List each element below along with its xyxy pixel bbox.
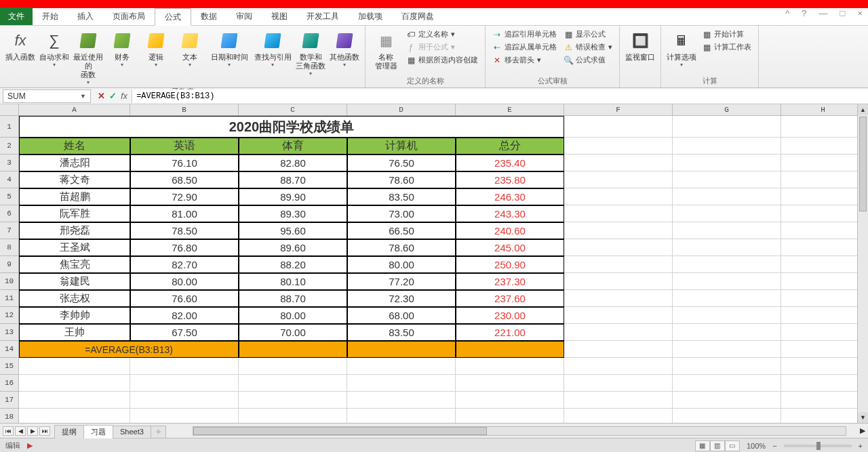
calc-options-button[interactable]: 🖩 计算选项▾ <box>667 28 696 68</box>
chevron-down-icon[interactable]: ▼ <box>80 93 86 100</box>
cell[interactable] <box>781 155 865 171</box>
name-manager-button[interactable]: ▦ 名称 管理器 <box>371 28 401 70</box>
cell[interactable] <box>673 222 781 239</box>
cell[interactable] <box>781 324 865 341</box>
num-cell[interactable]: 80.00 <box>239 307 347 324</box>
cell[interactable] <box>347 358 456 375</box>
header-cell[interactable]: 姓名 <box>19 138 130 155</box>
row-head[interactable]: 5 <box>0 188 19 205</box>
cell[interactable] <box>673 358 781 375</box>
view-layout-button[interactable]: ▥ <box>710 440 725 451</box>
avg-cell[interactable] <box>347 341 456 358</box>
name-cell[interactable]: 翁建民 <box>19 273 130 290</box>
total-cell[interactable]: 250.90 <box>456 256 564 273</box>
num-cell[interactable]: 80.00 <box>347 256 456 273</box>
num-cell[interactable]: 72.90 <box>130 188 239 205</box>
cell[interactable] <box>564 256 673 273</box>
col-head-F[interactable]: F <box>564 104 673 116</box>
num-cell[interactable]: 88.20 <box>239 256 347 273</box>
cell[interactable] <box>673 324 781 341</box>
hscroll-right[interactable]: ▶ <box>860 426 865 435</box>
tab-formula[interactable]: 公式 <box>155 8 191 26</box>
trace-precedents-button[interactable]: ⇢追踪引用单元格 <box>491 28 558 40</box>
row-head[interactable]: 8 <box>0 239 19 256</box>
total-cell[interactable]: 221.00 <box>456 324 564 341</box>
row-head[interactable]: 9 <box>0 256 19 273</box>
col-head-A[interactable]: A <box>19 104 130 116</box>
cell[interactable] <box>781 171 865 188</box>
cell[interactable] <box>564 409 673 423</box>
tab-view[interactable]: 视图 <box>262 7 297 25</box>
total-cell[interactable]: 237.30 <box>456 273 564 290</box>
text-button[interactable]: 文本▾ <box>175 28 205 68</box>
row-head[interactable]: 6 <box>0 205 19 222</box>
autosum-button[interactable]: ∑ 自动求和▾ <box>39 28 69 68</box>
tab-load[interactable]: 加载项 <box>349 7 392 25</box>
total-cell[interactable]: 243.30 <box>456 205 564 222</box>
header-cell[interactable]: 英语 <box>130 138 239 155</box>
row-head[interactable]: 10 <box>0 273 19 290</box>
tab-insert[interactable]: 插入 <box>68 7 103 25</box>
cell[interactable] <box>673 155 781 171</box>
name-cell[interactable]: 蒋文奇 <box>19 171 130 188</box>
total-cell[interactable]: 235.80 <box>456 171 564 188</box>
new-sheet-button[interactable]: ✧ <box>151 426 166 438</box>
cell[interactable] <box>564 171 673 188</box>
cell[interactable] <box>781 138 865 155</box>
cell[interactable] <box>781 222 865 239</box>
cell[interactable] <box>19 409 130 423</box>
cancel-formula-button[interactable]: ✕ <box>98 91 105 101</box>
cell[interactable] <box>19 375 130 392</box>
sheet-tab-2[interactable]: 习题 <box>83 425 113 438</box>
num-cell[interactable]: 72.30 <box>347 290 456 307</box>
vertical-scrollbar[interactable]: ▲ ▼ <box>857 104 868 423</box>
num-cell[interactable]: 67.50 <box>130 324 239 341</box>
cell[interactable] <box>239 409 347 423</box>
minimize-button[interactable]: — <box>819 8 828 18</box>
row-head[interactable]: 16 <box>0 375 19 392</box>
num-cell[interactable]: 82.70 <box>130 256 239 273</box>
cell[interactable] <box>673 171 781 188</box>
num-cell[interactable]: 95.60 <box>239 222 347 239</box>
datetime-button[interactable]: 日期和时间▾ <box>209 28 250 68</box>
cell[interactable] <box>781 256 865 273</box>
title-cell[interactable]: 2020曲阳学校成绩单 <box>19 116 564 138</box>
cell[interactable] <box>781 290 865 307</box>
horizontal-scrollbar[interactable] <box>193 426 846 436</box>
cell[interactable] <box>673 239 781 256</box>
hscroll-thumb[interactable] <box>193 427 487 435</box>
num-cell[interactable]: 68.50 <box>130 171 239 188</box>
name-cell[interactable]: 张志权 <box>19 290 130 307</box>
row-head[interactable]: 3 <box>0 155 19 171</box>
name-cell[interactable]: 焦宝亮 <box>19 256 130 273</box>
cell[interactable] <box>564 273 673 290</box>
name-cell[interactable]: 阮军胜 <box>19 205 130 222</box>
num-cell[interactable]: 78.50 <box>130 222 239 239</box>
sheet-nav-first[interactable]: ⏮ <box>3 426 14 436</box>
cell[interactable] <box>564 375 673 392</box>
num-cell[interactable]: 68.00 <box>347 307 456 324</box>
create-from-selection-button[interactable]: ▦根据所选内容创建 <box>405 54 479 66</box>
row-head[interactable]: 7 <box>0 222 19 239</box>
cell[interactable] <box>781 375 865 392</box>
cell[interactable] <box>130 358 239 375</box>
num-cell[interactable]: 80.10 <box>239 273 347 290</box>
row-head[interactable]: 17 <box>0 392 19 409</box>
col-head-E[interactable]: E <box>456 104 564 116</box>
row-head[interactable]: 4 <box>0 171 19 188</box>
num-cell[interactable]: 73.00 <box>347 205 456 222</box>
cell[interactable] <box>347 392 456 409</box>
avg-cell[interactable] <box>239 341 347 358</box>
name-cell[interactable]: 邢尧磊 <box>19 222 130 239</box>
close-button[interactable]: × <box>857 8 863 18</box>
cell[interactable] <box>564 222 673 239</box>
math-button[interactable]: 数学和 三角函数▾ <box>296 28 326 77</box>
error-check-button[interactable]: ⚠错误检查 ▾ <box>562 41 614 53</box>
name-cell[interactable]: 苗超鹏 <box>19 188 130 205</box>
accept-formula-button[interactable]: ✓ <box>109 91 117 101</box>
cell[interactable] <box>781 341 865 358</box>
total-cell[interactable]: 246.30 <box>456 188 564 205</box>
num-cell[interactable]: 81.00 <box>130 205 239 222</box>
row-head[interactable]: 1 <box>0 116 19 138</box>
header-cell[interactable]: 计算机 <box>347 138 456 155</box>
